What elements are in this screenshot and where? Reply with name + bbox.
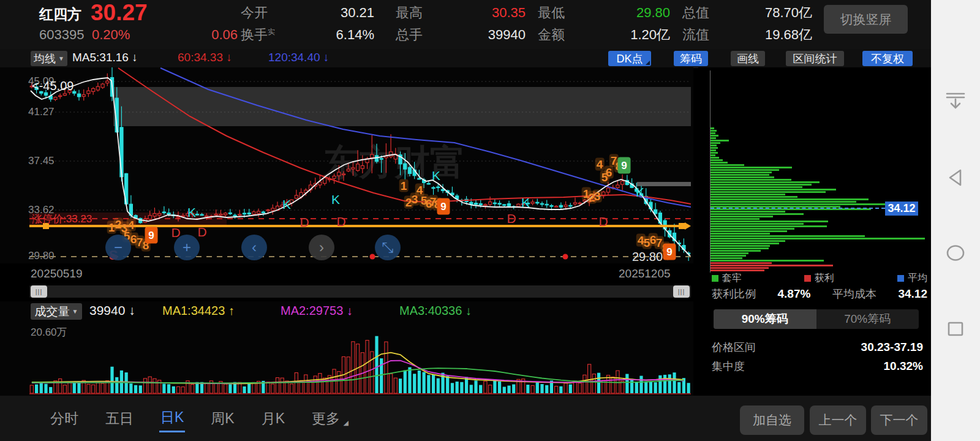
chart-scrollbar[interactable]: ||| ||| bbox=[29, 285, 691, 298]
stat-label: 平均成本 bbox=[832, 287, 876, 301]
chip-row-label: 集中度 bbox=[712, 359, 745, 374]
period-tab-更多[interactable]: 更多◢ bbox=[311, 405, 341, 432]
stock-name: 红四方 bbox=[39, 5, 81, 24]
chip-tab-90%筹码[interactable]: 90%筹码 bbox=[714, 309, 816, 329]
price-axis-label: 37.45 bbox=[28, 155, 55, 167]
toolbar-button-筹码[interactable]: 筹码 bbox=[674, 51, 708, 66]
home-icon[interactable] bbox=[945, 244, 966, 262]
chip-bar bbox=[710, 262, 772, 264]
chip-bar bbox=[710, 265, 833, 266]
period-tab-五日[interactable]: 五日 bbox=[104, 405, 135, 432]
chip-bar bbox=[710, 203, 914, 205]
quote-value: 30.21 bbox=[341, 5, 374, 21]
chart-toolbar: 均线 ▼ MA5:31.16 ↓60:34.33 ↓120:34.40 ↓ DK… bbox=[0, 49, 931, 68]
period-tab-月K[interactable]: 月K bbox=[260, 405, 286, 432]
chip-distribution-panel: 34.12 套牢获利平均 获利比例4.87%平均成本34.12 90%筹码70%… bbox=[698, 67, 931, 396]
quote-fields-row2: 换手实6.14%总手39940金额1.20亿流值19.68亿 bbox=[241, 26, 812, 44]
ma-selector-label: 均线 bbox=[34, 51, 56, 66]
price-axis-label: 41.27 bbox=[28, 106, 55, 118]
toolbar-button-画线[interactable]: 画线 bbox=[731, 51, 765, 66]
candlestick-chart[interactable]: 东方财富 45.0941.2737.4533.6229.80 <-45.09 2… bbox=[0, 67, 693, 263]
chart-marker-1: 1 bbox=[399, 179, 409, 192]
chip-bar bbox=[710, 250, 761, 252]
action-button-加自选[interactable]: 加自选 bbox=[740, 405, 804, 435]
collapse-icon[interactable]: ⤡ bbox=[375, 235, 401, 260]
chart-marker-K: K bbox=[187, 205, 196, 220]
change-amount: 0.06 bbox=[184, 27, 238, 43]
chip-legend: 套牢获利平均 bbox=[698, 272, 928, 285]
chart-marker-4: 4 bbox=[595, 158, 605, 171]
volume-indicator-selector[interactable]: 成交量 ▼ bbox=[31, 303, 82, 320]
chevron-left-icon[interactable]: ‹ bbox=[241, 235, 267, 260]
legend-item-获利: 获利 bbox=[804, 272, 834, 285]
chip-bar bbox=[710, 184, 812, 186]
chip-bar bbox=[710, 181, 820, 183]
volume-ma-value: MA3:40336 ↓ bbox=[399, 304, 472, 318]
chip-bar bbox=[710, 174, 769, 176]
minus-icon[interactable]: − bbox=[105, 235, 131, 260]
quote-value: 6.14% bbox=[336, 27, 374, 43]
chart-marker-D: D bbox=[197, 225, 206, 239]
chip-bar bbox=[710, 240, 785, 242]
recents-icon[interactable] bbox=[946, 320, 965, 337]
toolbar-button-区间统计[interactable]: 区间统计 bbox=[786, 51, 844, 66]
chip-bar bbox=[710, 145, 717, 146]
quote-field: 流值19.68亿 bbox=[682, 26, 812, 44]
quote-label: 金额 bbox=[538, 26, 565, 44]
change-percent: 0.20% bbox=[92, 27, 130, 43]
chip-bar bbox=[710, 243, 779, 244]
chip-bar bbox=[710, 132, 715, 134]
chart-marker-K: K bbox=[432, 168, 440, 183]
period-tab-周K[interactable]: 周K bbox=[209, 405, 235, 432]
action-button-上一个[interactable]: 上一个 bbox=[810, 405, 866, 435]
toolbar-button-不复权[interactable]: 不复权 bbox=[862, 51, 913, 66]
stat-label: 获利比例 bbox=[712, 287, 756, 301]
chart-marker-K: K bbox=[282, 197, 291, 212]
chip-bar bbox=[710, 135, 718, 137]
current-price: 30.27 bbox=[91, 0, 148, 26]
chip-detail-row: 集中度10.32% bbox=[712, 359, 923, 374]
period-tab-分时[interactable]: 分时 bbox=[49, 405, 80, 432]
chip-bar bbox=[710, 179, 791, 181]
chip-bar bbox=[710, 238, 925, 239]
chip-bar bbox=[710, 230, 787, 232]
chip-bar bbox=[710, 223, 804, 225]
chevron-down-icon: ▼ bbox=[58, 55, 64, 62]
period-tab-日K[interactable]: 日K bbox=[159, 404, 185, 432]
chip-bar bbox=[710, 252, 748, 254]
chart-marker-9: 9 bbox=[437, 198, 450, 215]
chart-marker-D: D bbox=[300, 215, 309, 230]
chip-bar bbox=[710, 225, 827, 227]
minus-icon: − bbox=[114, 240, 123, 255]
chip-bar bbox=[710, 176, 774, 178]
hide-keyboard-icon[interactable] bbox=[944, 91, 967, 111]
plus-icon[interactable]: + bbox=[174, 235, 200, 260]
chip-bar bbox=[710, 154, 715, 156]
chip-bar bbox=[710, 189, 836, 190]
scrollbar-right-handle[interactable]: ||| bbox=[673, 285, 690, 298]
more-caret-icon: ◢ bbox=[344, 419, 349, 427]
chip-bar bbox=[710, 255, 746, 257]
action-button-下一个[interactable]: 下一个 bbox=[871, 405, 927, 435]
chip-bar bbox=[710, 228, 794, 230]
chip-bar bbox=[710, 221, 828, 222]
chevron-down-icon: ▼ bbox=[72, 308, 78, 315]
volume-ma-value: MA2:29753 ↓ bbox=[281, 304, 353, 318]
back-icon[interactable] bbox=[946, 168, 965, 187]
volume-chart[interactable]: 20.60万 bbox=[0, 322, 693, 396]
switch-portrait-button[interactable]: 切换竖屏 bbox=[824, 5, 908, 34]
quote-value: 78.70亿 bbox=[765, 4, 812, 22]
chip-bar bbox=[710, 270, 764, 271]
toolbar-button-DK点[interactable]: DK点 bbox=[608, 51, 651, 66]
legend-item-套牢: 套牢 bbox=[712, 272, 742, 285]
end-date: 20251205 bbox=[619, 267, 671, 281]
chip-tab-70%筹码[interactable]: 70%筹码 bbox=[816, 309, 919, 329]
chart-marker-K: K bbox=[636, 185, 644, 200]
ma-selector-button[interactable]: 均线 ▼ bbox=[31, 51, 67, 66]
scrollbar-left-handle[interactable]: ||| bbox=[31, 285, 47, 298]
chevron-right-icon[interactable]: › bbox=[309, 235, 334, 260]
chip-bar bbox=[710, 127, 714, 129]
chip-bar bbox=[710, 247, 769, 249]
chip-bar bbox=[710, 257, 742, 259]
volume-value: 39940 ↓ bbox=[89, 303, 135, 318]
